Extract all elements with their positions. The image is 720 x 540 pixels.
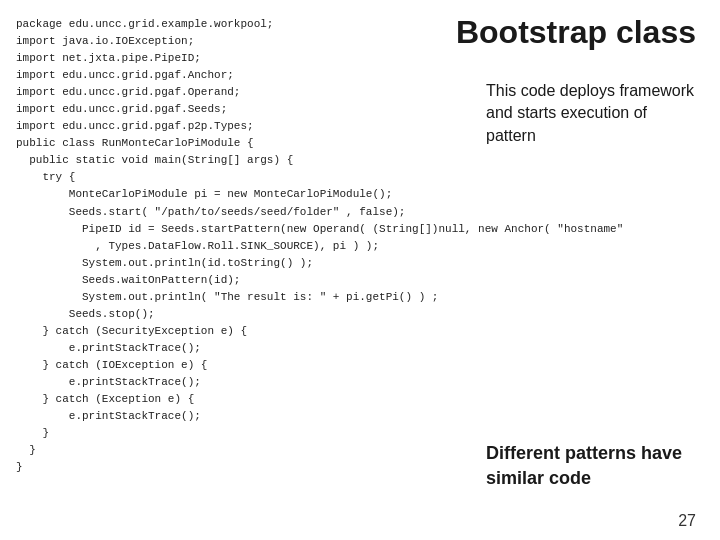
slide-title: Bootstrap class: [456, 14, 696, 51]
slide-container: Bootstrap class package edu.uncc.grid.ex…: [0, 0, 720, 540]
slide-number: 27: [678, 512, 696, 530]
annotation-top: This code deploys framework and starts e…: [486, 80, 696, 147]
code-block: package edu.uncc.grid.example.workpool; …: [16, 16, 486, 476]
annotation-bottom: Different patterns have similar code: [486, 441, 696, 490]
